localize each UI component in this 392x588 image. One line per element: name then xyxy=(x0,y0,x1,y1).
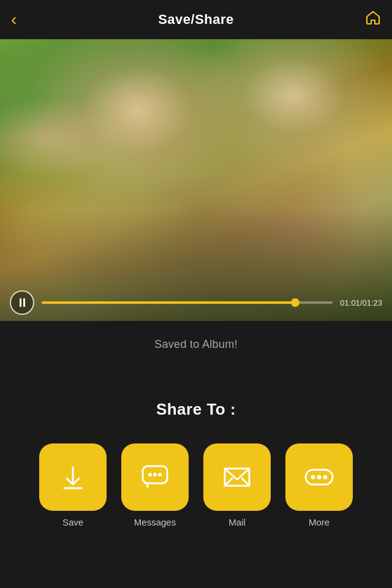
svg-line-7 xyxy=(225,478,232,486)
video-player: 01:01/01:23 xyxy=(0,39,392,321)
svg-point-4 xyxy=(153,473,157,477)
pause-icon xyxy=(20,298,25,307)
time-display: 01:01/01:23 xyxy=(340,298,382,307)
share-mail-item[interactable]: Mail xyxy=(203,443,271,527)
more-icon xyxy=(303,461,335,493)
pause-button[interactable] xyxy=(10,290,34,315)
more-icon-box xyxy=(285,443,353,511)
playback-controls: 01:01/01:23 xyxy=(0,284,392,321)
progress-knob xyxy=(291,298,300,307)
header: ‹ Save/Share xyxy=(0,0,392,39)
bottom-area: Saved to Album! Share To : Save xyxy=(0,321,392,588)
pause-bar-right xyxy=(23,298,25,307)
progress-fill xyxy=(42,301,295,304)
svg-point-5 xyxy=(158,473,162,477)
svg-point-11 xyxy=(317,475,322,480)
share-save-item[interactable]: Save xyxy=(39,443,107,527)
messages-icon xyxy=(139,461,171,493)
more-label: More xyxy=(309,517,330,527)
messages-icon-box xyxy=(121,443,189,511)
video-thumbnail xyxy=(0,39,392,321)
save-label: Save xyxy=(62,517,83,527)
mail-label: Mail xyxy=(228,517,246,527)
back-button[interactable]: ‹ xyxy=(11,11,17,28)
svg-point-3 xyxy=(148,473,152,477)
mail-icon xyxy=(221,461,253,493)
share-buttons-row: Save Messages xyxy=(39,443,353,527)
svg-line-8 xyxy=(242,478,249,486)
share-messages-item[interactable]: Messages xyxy=(121,443,189,527)
share-label: Share To : xyxy=(156,400,236,419)
saved-status: Saved to Album! xyxy=(154,338,238,351)
home-button[interactable] xyxy=(365,10,381,29)
messages-label: Messages xyxy=(134,517,176,527)
mail-icon-box xyxy=(203,443,271,511)
pause-bar-left xyxy=(20,298,21,307)
svg-point-12 xyxy=(323,475,328,480)
svg-point-10 xyxy=(311,475,315,480)
progress-bar[interactable] xyxy=(42,301,333,304)
share-more-item[interactable]: More xyxy=(285,443,353,527)
save-icon-box xyxy=(39,443,107,511)
save-icon xyxy=(57,461,89,493)
page-title: Save/Share xyxy=(158,12,234,28)
